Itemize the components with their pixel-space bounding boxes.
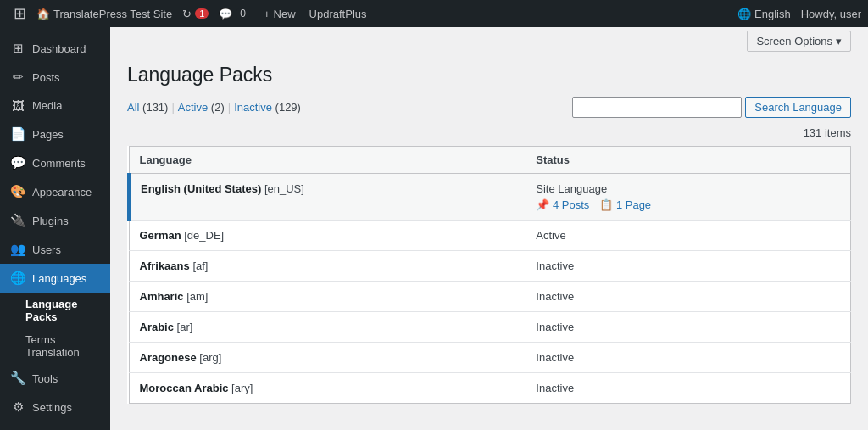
language-cell: German [de_DE] [129, 221, 526, 251]
pages-link[interactable]: 📋 1 Page [599, 198, 651, 211]
language-code: [arg] [199, 351, 221, 364]
filter-bar: All (131) | Active (2) | Inactive (129) [127, 97, 851, 118]
language-name: Aragonese [140, 351, 200, 364]
user-greeting[interactable]: Howdy, user [801, 8, 861, 20]
status-cell: Inactive [526, 373, 850, 404]
tools-icon: 🔧 [10, 371, 25, 386]
status-links: 📌 4 Posts📋 1 Page [536, 198, 840, 211]
table-row: Arabic [ar]Inactive [129, 312, 851, 343]
search-language-input[interactable] [572, 97, 742, 118]
table-row: German [de_DE]Active [129, 221, 851, 251]
separator-1: | [171, 101, 174, 114]
status-cell: Site Language📌 4 Posts📋 1 Page [526, 174, 850, 221]
table-row: Moroccan Arabic [ary]Inactive [129, 373, 851, 404]
status-cell: Inactive [526, 343, 850, 373]
home-icon: 🏠 [36, 8, 50, 20]
sidebar-item-settings[interactable]: ⚙ Settings [0, 393, 110, 422]
language-name: Amharic [140, 290, 187, 303]
submenu-language-packs[interactable]: Language Packs [0, 293, 110, 328]
sidebar-item-tools[interactable]: 🔧 Tools [0, 364, 110, 393]
col-header-language: Language [129, 147, 526, 174]
status-cell: Inactive [526, 312, 850, 343]
appearance-icon: 🎨 [10, 184, 25, 199]
sidebar-item-posts[interactable]: ✏ Posts [0, 63, 110, 92]
separator-2: | [228, 101, 231, 114]
items-count: 131 items [127, 126, 851, 139]
search-area: Search Language [572, 97, 851, 118]
filter-all[interactable]: All (131) [127, 101, 168, 114]
language-selector[interactable]: 🌐 English [737, 8, 791, 20]
table-row: Afrikaans [af]Inactive [129, 251, 851, 282]
status-cell: Inactive [526, 251, 850, 282]
sidebar-item-plugins[interactable]: 🔌 Plugins [0, 206, 110, 235]
table-row: English (United States) [en_US]Site Lang… [129, 174, 851, 221]
update-counter[interactable]: ↻ 1 [182, 8, 209, 20]
refresh-icon: ↻ [182, 8, 192, 20]
screen-options-button[interactable]: Screen Options ▾ [747, 31, 851, 52]
language-cell: Arabic [ar] [129, 312, 526, 343]
main-content: Screen Options ▾ Language Packs All (131… [110, 27, 868, 430]
dashboard-icon: ⊞ [10, 41, 25, 56]
status-cell: Inactive [526, 282, 850, 312]
sidebar-item-pages[interactable]: 📄 Pages [0, 120, 110, 148]
table-row: Aragonese [arg]Inactive [129, 343, 851, 373]
new-content-button[interactable]: + New [264, 8, 296, 20]
plugins-icon: 🔌 [10, 213, 25, 228]
sidebar-item-languages[interactable]: 🌐 Languages [0, 264, 110, 293]
users-icon: 👥 [10, 242, 25, 257]
language-cell: Amharic [am] [129, 282, 526, 312]
posts-link[interactable]: 📌 4 Posts [536, 198, 589, 211]
status-text: Active [536, 229, 840, 242]
language-code: [de_DE] [184, 229, 224, 242]
plus-icon: + [264, 8, 270, 20]
settings-icon: ⚙ [10, 399, 25, 415]
wp-layout: ⊞ Dashboard ✏ Posts 🖼 Media 📄 Pages 💬 Co… [0, 27, 868, 430]
language-code: [am] [186, 290, 208, 303]
status-text: Inactive [536, 321, 840, 333]
status-cell: Active [526, 221, 850, 251]
sidebar-item-appearance[interactable]: 🎨 Appearance [0, 177, 110, 206]
status-text: Inactive [536, 351, 840, 364]
language-cell: Moroccan Arabic [ary] [129, 373, 526, 404]
screen-options-bar: Screen Options ▾ [110, 27, 868, 55]
comment-counter[interactable]: 💬 0 [219, 8, 250, 20]
filter-inactive[interactable]: Inactive (129) [234, 101, 301, 114]
language-table: Language Status English (United States) … [127, 146, 851, 404]
chevron-down-icon: ▾ [836, 35, 842, 47]
site-name[interactable]: 🏠 TranslatePress Test Site [36, 8, 172, 20]
wp-logo-icon[interactable]: ⊞ [7, 4, 33, 23]
sidebar-item-users[interactable]: 👥 Users [0, 235, 110, 264]
language-name: Afrikaans [140, 260, 193, 272]
language-code: [ary] [231, 382, 253, 394]
language-name: Moroccan Arabic [140, 382, 232, 394]
updraftplus-link[interactable]: UpdraftPlus [309, 8, 367, 20]
content-wrap: Language Packs All (131) | Active (2) | … [110, 55, 868, 421]
col-header-status: Status [526, 147, 850, 174]
pages-icon: 📄 [10, 126, 25, 142]
language-name: German [140, 229, 185, 242]
status-text: Inactive [536, 290, 840, 303]
language-code: [ar] [177, 321, 193, 333]
languages-icon: 🌐 [10, 271, 25, 286]
submenu-terms-translation[interactable]: Terms Translation [0, 328, 110, 364]
table-row: Amharic [am]Inactive [129, 282, 851, 312]
status-text: Inactive [536, 260, 840, 272]
sidebar-item-collapse[interactable]: ◀ Collapse menu [0, 422, 110, 430]
status-text: Inactive [536, 382, 840, 394]
status-text: Site Language [536, 182, 840, 195]
comments-icon: 💬 [10, 155, 25, 170]
posts-icon: ✏ [10, 70, 25, 85]
sidebar-item-dashboard[interactable]: ⊞ Dashboard [0, 34, 110, 63]
language-cell: Aragonese [arg] [129, 343, 526, 373]
language-cell: English (United States) [en_US] [129, 174, 526, 221]
sidebar-item-media[interactable]: 🖼 Media [0, 92, 110, 120]
language-code: [en_US] [264, 182, 304, 195]
sidebar-item-comments[interactable]: 💬 Comments [0, 148, 110, 177]
filter-active[interactable]: Active (2) [178, 101, 225, 114]
language-code: [af] [192, 260, 208, 272]
admin-bar: ⊞ 🏠 TranslatePress Test Site ↻ 1 💬 0 + N… [0, 0, 868, 27]
filter-links: All (131) | Active (2) | Inactive (129) [127, 101, 301, 114]
search-language-button[interactable]: Search Language [745, 97, 851, 118]
language-cell: Afrikaans [af] [129, 251, 526, 282]
languages-submenu: Language Packs Terms Translation [0, 293, 110, 364]
